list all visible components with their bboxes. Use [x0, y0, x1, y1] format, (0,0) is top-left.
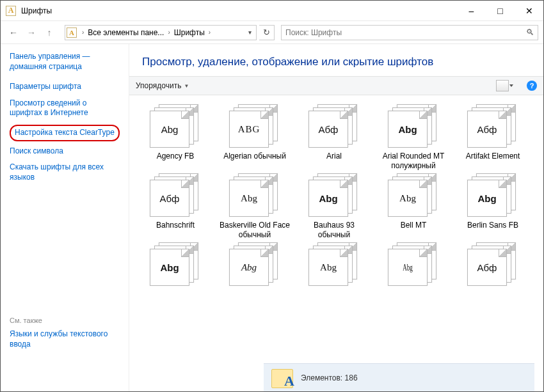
font-thumbnail: Abg [150, 242, 201, 287]
font-sample: Абф [477, 124, 497, 135]
font-thumbnail: Abg [388, 104, 439, 149]
font-thumbnail: Abg [308, 173, 360, 218]
back-button[interactable]: ← [6, 25, 21, 40]
font-sample: ABG [238, 124, 260, 135]
font-label: Arial Rounded MT полужирный [378, 152, 449, 171]
font-sample: Abg [320, 262, 337, 273]
font-thumbnail: Абф [467, 104, 518, 149]
maximize-button[interactable]: □ [486, 1, 515, 21]
font-label: Baskerville Old Face обычный [219, 221, 291, 240]
main-area: Просмотр, удаление, отображение или скры… [129, 44, 543, 391]
font-item[interactable]: АбфBahnschrift [138, 173, 212, 240]
page-title: Просмотр, удаление, отображение или скры… [142, 56, 531, 68]
font-sample: Абф [477, 262, 497, 273]
navbar: ← → ↑ A › Все элементы пане... › Шрифты … [1, 21, 543, 44]
font-item[interactable]: Abg [218, 242, 292, 309]
help-button[interactable]: ? [527, 81, 537, 91]
window-title: Шрифты [21, 6, 52, 15]
font-sample: Abg [398, 124, 417, 135]
font-item[interactable]: AbgBauhaus 93 обычный [297, 173, 371, 240]
font-thumbnail: Абф [308, 104, 360, 149]
font-sample: Abg [399, 193, 416, 204]
font-thumbnail: Abg [467, 173, 518, 218]
sidebar-link[interactable]: Просмотр сведений о шрифтах в Интернете [10, 98, 120, 118]
font-item[interactable]: Абф [456, 242, 530, 309]
chevron-right-icon[interactable]: › [206, 29, 213, 36]
location-icon: A [67, 27, 77, 38]
font-sample: Abg [319, 193, 337, 204]
font-thumbnail: Abg [308, 242, 360, 287]
font-thumbnail: Абф [150, 173, 201, 218]
sidebar-link[interactable]: Настройка текста ClearType [10, 125, 120, 141]
font-item[interactable]: Abg [138, 242, 212, 309]
chevron-down-icon: ▼ [184, 83, 189, 89]
chevron-right-icon[interactable]: › [79, 29, 86, 36]
font-thumbnail: Abg [388, 242, 439, 287]
font-item[interactable]: Abg [297, 242, 371, 309]
sidebar-link[interactable]: Параметры шрифта [10, 82, 120, 92]
font-sample: Abg [160, 262, 179, 273]
organize-menu[interactable]: Упорядочить ▼ [136, 81, 189, 90]
font-thumbnail: Abg [150, 104, 201, 149]
font-item[interactable]: АбфArial [297, 104, 371, 171]
search-box[interactable]: 🔍︎ [281, 25, 538, 40]
folder-icon: A [271, 368, 293, 388]
font-item[interactable]: АбфArtifakt Element [456, 104, 530, 171]
font-thumbnail: Abg [388, 173, 439, 218]
breadcrumb-dropdown[interactable]: ▾ [243, 29, 256, 36]
see-also-label: См. также [10, 317, 120, 324]
font-sample: Abg [241, 262, 257, 273]
font-sample: Abg [403, 262, 413, 273]
font-label: Algerian обычный [223, 152, 286, 171]
font-sample: Abg [477, 193, 496, 204]
font-item[interactable]: AbgBell MT [376, 173, 451, 240]
sidebar-link[interactable]: Скачать шрифты для всех языков [10, 162, 120, 182]
search-icon[interactable]: 🔍︎ [522, 27, 538, 37]
font-thumbnail: Abg [229, 173, 280, 218]
search-input[interactable] [282, 28, 522, 37]
titlebar: A Шрифты – □ ✕ [1, 1, 543, 21]
font-item[interactable]: Abg [376, 242, 451, 309]
forward-button[interactable]: → [24, 25, 39, 40]
breadcrumb-current[interactable]: Шрифты [173, 28, 206, 37]
font-label: Arial [326, 152, 342, 171]
sidebar-see-also-link[interactable]: Языки и службы текстового ввода [10, 329, 120, 349]
font-list[interactable]: AbgAgency FBABGAlgerian обычныйАбфArialA… [129, 95, 543, 391]
font-thumbnail: Abg [229, 242, 280, 287]
chevron-right-icon[interactable]: › [165, 29, 172, 36]
font-thumbnail: Абф [467, 242, 518, 287]
font-sample: Abg [241, 193, 257, 204]
font-item[interactable]: AbgBaskerville Old Face обычный [218, 173, 292, 240]
toolbar: Упорядочить ▼ ? [129, 76, 543, 95]
font-label: Berlin Sans FB [467, 221, 518, 240]
font-label: Bauhaus 93 обычный [298, 221, 370, 240]
font-label: Bell MT [401, 221, 427, 240]
close-button[interactable]: ✕ [515, 1, 543, 21]
font-label: Agency FB [157, 152, 195, 171]
sidebar: Панель управления — домашняя страница Па… [1, 44, 129, 391]
sidebar-link[interactable]: Поиск символа [10, 146, 120, 157]
status-text: Элементов: 186 [301, 373, 358, 382]
font-thumbnail: ABG [229, 104, 280, 149]
sidebar-home[interactable]: Панель управления — домашняя страница [10, 52, 120, 72]
font-label: Bahnschrift [156, 221, 195, 240]
font-item[interactable]: AbgBerlin Sans FB [456, 173, 530, 240]
font-sample: Абф [160, 193, 180, 204]
font-item[interactable]: AbgAgency FB [138, 104, 212, 171]
statusbar: A Элементов: 186 [264, 363, 534, 391]
font-item[interactable]: AbgArial Rounded MT полужирный [376, 104, 451, 171]
breadcrumb-root[interactable]: Все элементы пане... [86, 28, 165, 37]
font-sample: Abg [161, 124, 179, 135]
app-icon: A [6, 6, 16, 16]
view-button[interactable] [496, 80, 509, 91]
breadcrumb[interactable]: A › Все элементы пане... › Шрифты › ▾ [65, 25, 257, 40]
refresh-button[interactable]: ↻ [259, 25, 275, 40]
up-button[interactable]: ↑ [42, 25, 57, 40]
font-item[interactable]: ABGAlgerian обычный [218, 104, 292, 171]
font-sample: Абф [319, 124, 339, 135]
minimize-button[interactable]: – [457, 1, 486, 21]
font-label: Artifakt Element [466, 152, 520, 171]
